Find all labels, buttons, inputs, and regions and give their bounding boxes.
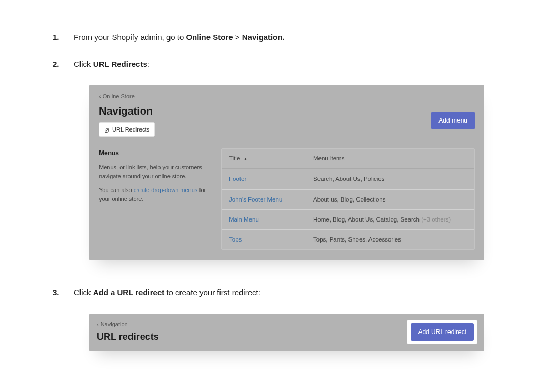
url-redirects-screenshot: ‹Navigation URL redirects Add URL redire… [89,314,484,352]
col-header-title[interactable]: Title ▲ [229,154,313,163]
text-part: You can also [99,187,134,193]
menus-description: Menus Menus, or link lists, help your cu… [99,148,209,250]
step-text: Click Add a URL redirect to create your … [74,287,486,299]
step-text-part: : [147,59,149,68]
step-text-bold: URL Redirects [93,59,147,68]
page-title: URL redirects [97,330,159,344]
step-text-bold: Online Store [186,33,233,42]
col-header-items: Menu items [313,154,467,163]
breadcrumb-label: Navigation [101,321,128,327]
step-text-bold: Navigation. [242,33,285,42]
menu-title-link[interactable]: Tops [229,235,313,244]
menus-heading: Menus [99,148,209,158]
add-url-redirect-button[interactable]: Add URL redirect [411,323,474,341]
menus-paragraph: You can also create drop-down menus for … [99,186,209,203]
create-dropdown-link[interactable]: create drop-down menus [134,187,198,193]
items-text: Home, Blog, About Us, Catalog, Search [313,216,421,223]
items-extra: (+3 others) [421,216,451,223]
step-text-part: to create your first redirect: [164,288,261,297]
menu-items-cell: Home, Blog, About Us, Catalog, Search (+… [313,215,467,224]
page-title: Navigation [99,103,155,119]
table-row[interactable]: Footer Search, About Us, Policies [222,169,474,189]
step-number: 2. [53,58,74,71]
table-row[interactable]: John's Footer Menu About us, Blog, Colle… [222,189,474,209]
menus-paragraph: Menus, or link lists, help your customer… [99,163,209,180]
breadcrumb[interactable]: ‹Online Store [99,92,475,101]
menu-title-link[interactable]: Footer [229,175,313,184]
chevron-left-icon: ‹ [97,321,99,327]
step-text: From your Shopify admin, go to Online St… [74,32,486,44]
external-link-icon [104,127,109,132]
step-text-part: From your Shopify admin, go to [74,33,186,42]
highlight-box: Add URL redirect [407,320,477,344]
header-label: Title [229,155,240,162]
url-redirects-label: URL Redirects [112,125,149,134]
step-3: 3. Click Add a URL redirect to create yo… [53,287,486,299]
menu-title-link[interactable]: John's Footer Menu [229,195,313,204]
sort-asc-icon: ▲ [244,157,248,162]
step-1: 1. From your Shopify admin, go to Online… [53,32,486,44]
step-text-part: Click [74,288,93,297]
menu-items-cell: About us, Blog, Collections [313,195,467,204]
url-redirects-button[interactable]: URL Redirects [99,122,155,137]
breadcrumb-label: Online Store [103,93,135,99]
step-2: 2. Click URL Redirects: [53,58,486,71]
navigation-screenshot: ‹Online Store Navigation URL Redirects A… [89,85,484,260]
table-row[interactable]: Main Menu Home, Blog, About Us, Catalog,… [222,209,474,229]
step-text: Click URL Redirects: [74,58,486,71]
step-number: 3. [53,287,74,299]
step-text-part: Click [74,59,93,68]
menu-items-cell: Tops, Pants, Shoes, Accessories [313,235,467,244]
step-text-bold: Add a URL redirect [93,288,165,297]
chevron-left-icon: ‹ [99,93,101,99]
menu-items-cell: Search, About Us, Policies [313,175,467,184]
step-text-part: > [233,33,242,42]
step-number: 1. [53,32,74,44]
add-menu-button[interactable]: Add menu [431,112,475,129]
breadcrumb[interactable]: ‹Navigation [97,320,159,329]
table-row[interactable]: Tops Tops, Pants, Shoes, Accessories [222,229,474,249]
table-header: Title ▲ Menu items [222,149,474,169]
menu-title-link[interactable]: Main Menu [229,215,313,224]
menus-table: Title ▲ Menu items Footer Search, About … [221,148,475,250]
